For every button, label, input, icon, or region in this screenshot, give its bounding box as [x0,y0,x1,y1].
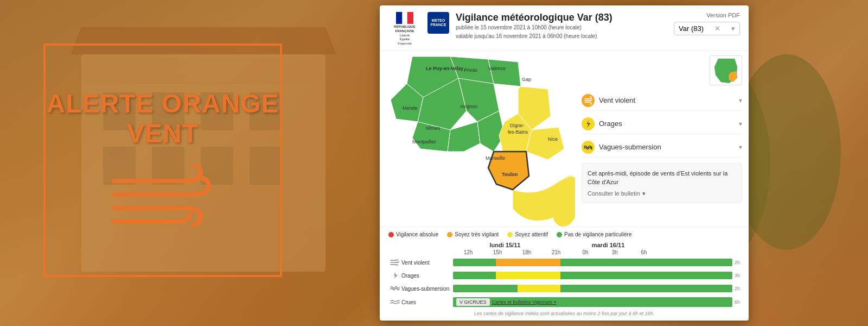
tl-vagues-seg2 [518,285,560,292]
orages-label: Orages [599,120,622,128]
vent-icon [582,94,595,107]
meteo-panel: RÉPUBLIQUEFRANÇAISELibertéÉgalitéFratern… [380,5,749,321]
orages-chevron-icon[interactable]: ▾ [739,120,742,128]
vagues-label: Vagues-submersion [599,143,661,151]
flag-blue [396,12,402,24]
tl-orages-seg2 [496,272,560,279]
description-text: Cet après-midi, épisode de vents d'Est v… [588,169,736,187]
tl-vagues-seg1 [453,285,518,292]
svg-text:Gap: Gap [522,77,531,82]
meteo-body: Le Puy-en-Velay Mende Privas Valence Gap… [380,51,749,227]
vigicrues-link[interactable]: Cartes et bulletins Vigicrues × [492,299,557,305]
alert-panel: ALERTE ORANGE VENT [43,43,282,277]
alert-title-line1: ALERTE ORANGE [46,89,279,118]
tl-vagues-icon [388,284,401,293]
vagues-icon [582,141,595,154]
vent-label: Vent violent [599,96,635,104]
hour-12h: 12h [454,249,483,255]
tl-vagues-bar [453,285,732,292]
svg-text:Toulon: Toulon [502,172,518,177]
alert-vent-left: Vent violent [582,94,635,107]
wind-icon [108,165,217,232]
alert-vagues-row[interactable]: Vagues-submersion ▾ [582,137,742,158]
alert-vagues-left: Vagues-submersion [582,141,661,154]
description-box: Cet après-midi, épisode de vents d'Est v… [582,163,742,203]
vent-chevron-icon[interactable]: ▾ [739,97,742,104]
bulletin-link[interactable]: Consulter le bulletin ▾ [588,190,736,197]
legend-row: Vigilance absolue Soyez très vigilant So… [388,231,740,237]
tl-vent-bar [453,259,732,266]
tl-vagues-label: Vagues-submersion [401,286,453,292]
tl-crues-icon [388,297,401,307]
hours-row: 12h 15h 18h 21h 0h 3h 6h [388,249,740,255]
svg-text:les-Bains: les-Bains [508,129,528,135]
legend-label-yellow: Soyez attentif [515,231,548,237]
tl-orages-bar [453,272,732,279]
svg-text:Montpellier: Montpellier [412,139,436,145]
legend-tres-vigilant: Soyez très vigilant [447,231,499,237]
svg-text:Marseille: Marseille [486,155,505,161]
tl-orages-badge: 3h [735,273,740,278]
bulletin-link-text: Consulter le bulletin [588,190,640,197]
alert-orages-row[interactable]: Orages ▾ [582,114,742,134]
legend-dot-red [388,232,394,237]
alert-title: ALERTE ORANGE VENT [46,89,279,148]
legend-dot-green [557,232,562,237]
dept-clear-icon[interactable]: ✕ [714,24,720,33]
legend-vigilance-absolue: Vigilance absolue [388,231,438,237]
tl-crues-bar: V GICRUES Cartes et bulletins Vigicrues … [453,297,732,307]
tl-vent-seg3 [560,259,732,266]
vagues-svg [584,143,592,152]
wind-svg-icon [108,165,217,230]
tl-crues-row: Crues V GICRUES Cartes et bulletins Vigi… [388,297,740,308]
svg-text:Le Puy-en-Velay: Le Puy-en-Velay [426,66,463,71]
tl-vagues-svg [390,285,400,292]
france-mini-svg [710,56,742,85]
tl-orages-label: Orages [401,273,453,279]
footer-note: Les cartes de vigilance météo sont actua… [388,311,740,316]
tl-vent-svg [390,259,400,266]
tl-vent-seg1 [453,259,496,266]
timeline-header: lundi 15/11 mardi 16/11 [388,242,740,248]
pdf-link[interactable]: Version PDF [706,12,740,18]
vigicrues-button[interactable]: V GICRUES [456,298,490,306]
tl-orages-seg3 [560,272,732,279]
tl-crues-inner: V GICRUES Cartes et bulletins Vigicrues … [453,298,560,306]
france-mini-map [710,55,742,85]
tl-orages-svg [390,272,400,279]
republic-text: RÉPUBLIQUEFRANÇAISELibertéÉgalitéFratern… [394,25,415,46]
meteo-bottom: Vigilance absolue Soyez très vigilant So… [380,227,749,321]
legend-label-orange: Soyez très vigilant [455,231,499,237]
republic-flag [396,12,413,24]
tl-orages-icon [388,271,401,280]
legend-label-green: Pas de vigilance particulière [564,231,632,237]
tl-vent-seg2 [496,259,560,266]
hour-3h: 3h [600,249,629,255]
flag-red [407,12,413,24]
flag-white [402,12,408,24]
legend-dot-orange [447,232,452,237]
map-section: Le Puy-en-Velay Mende Privas Valence Gap… [380,51,575,227]
hour-15h: 15h [483,249,512,255]
svg-text:Nice: Nice [548,136,558,142]
meteo-published: publiée le 15 novembre 2021 à 10h00 (heu… [456,23,667,32]
tl-orages-row: Orages 3h [388,271,740,280]
tl-vagues-row: Vagues-submersion 2h [388,284,740,293]
day2-label: mardi 16/11 [557,242,660,248]
meteo-title-block: Vigilance météorologique Var (83) publié… [456,12,667,41]
republic-logo: RÉPUBLIQUEFRANÇAISELibertéÉgalitéFratern… [388,12,421,46]
svg-text:Avignon: Avignon [460,104,477,109]
svg-text:Valence: Valence [488,66,506,71]
svg-text:Digne-: Digne- [510,123,525,128]
meteo-valid-until: valable jusqu'au 16 novembre 2021 à 06h0… [456,32,667,41]
tl-crues-label: Crues [401,299,453,305]
vagues-chevron-icon[interactable]: ▾ [739,143,742,151]
hour-18h: 18h [512,249,541,255]
tl-crues-svg [390,298,400,306]
dept-selector[interactable]: Var (83) ✕ ▾ [674,22,740,35]
tl-vent-label: Vent violent [401,260,453,266]
orages-icon [582,117,595,130]
dept-chevron-icon[interactable]: ▾ [731,24,735,33]
alert-vent-row[interactable]: Vent violent ▾ [582,91,742,111]
tl-vent-row: Vent violent 2h [388,258,740,267]
